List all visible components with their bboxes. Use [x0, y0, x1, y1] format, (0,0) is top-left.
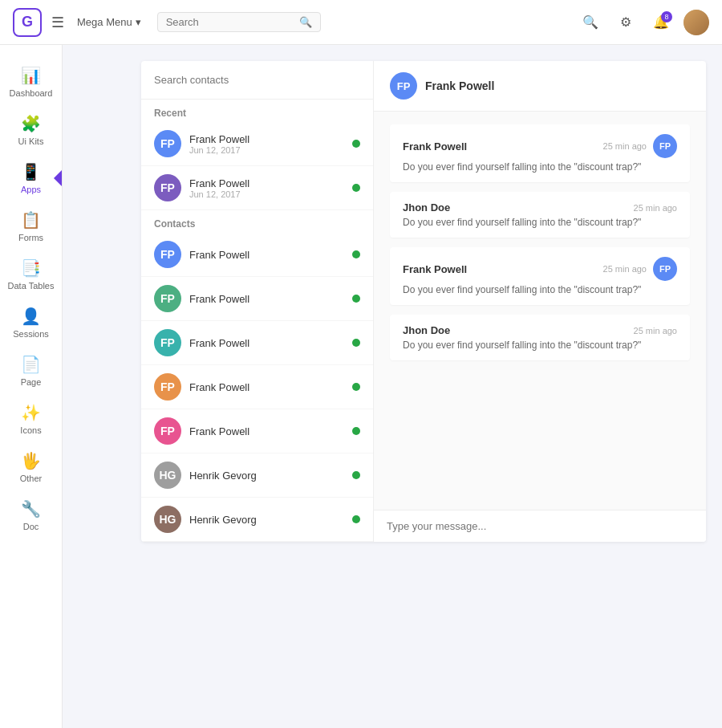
navbar-search-box: 🔍 [157, 12, 321, 32]
active-arrow-icon [54, 170, 62, 186]
contact-status-indicator [352, 250, 360, 258]
contact-item[interactable]: FP Frank Powell [141, 277, 373, 321]
message-header: Jhon Doe 25 min ago [403, 201, 677, 214]
contact-item[interactable]: FP Frank Powell [141, 365, 373, 409]
other-icon: 🖐 [21, 451, 41, 470]
contact-item[interactable]: HG Henrik Gevorg [141, 453, 373, 498]
dashboard-icon: 📊 [21, 66, 41, 85]
contact-info: Frank Powell [189, 381, 344, 393]
contact-status-indicator [352, 383, 360, 391]
sidebar-item-other[interactable]: 🖐Other [0, 443, 62, 491]
notification-badge: 8 [661, 11, 672, 22]
sidebar-item-label-other: Other [20, 474, 43, 483]
message-row-inner: Frank Powell 25 min ago FP Do you ever f… [403, 134, 677, 173]
message-input[interactable] [387, 520, 693, 532]
message-header: Frank Powell 25 min ago FP [403, 134, 677, 158]
contact-status-indicator [352, 184, 360, 192]
contact-item[interactable]: FP Frank Powell [141, 321, 373, 365]
sidebar-item-label-icons: Icons [20, 425, 41, 435]
message-content: Jhon Doe 25 min ago Do you ever find you… [403, 201, 677, 228]
contact-name: Frank Powell [189, 337, 344, 349]
message-row: Frank Powell 25 min ago FP Do you ever f… [390, 124, 690, 182]
contact-avatar: HG [154, 506, 181, 533]
main-content: Recent FP Frank Powell Jun 12, 2017 FP F… [125, 45, 722, 728]
contacts-list: Recent FP Frank Powell Jun 12, 2017 FP F… [141, 100, 373, 542]
message-time: 25 min ago [634, 203, 677, 213]
contact-name: Frank Powell [189, 133, 344, 145]
contact-info: Frank Powell [189, 425, 344, 437]
contacts-search-input[interactable] [154, 74, 360, 86]
sidebar-item-sessions[interactable]: 👤Sessions [0, 299, 62, 347]
notifications-button[interactable]: 🔔 8 [648, 10, 674, 35]
sidebar-item-label-page: Page [21, 377, 42, 387]
contact-date: Jun 12, 2017 [189, 189, 344, 199]
contact-info: Frank Powell [189, 293, 344, 305]
chat-messages-area: Frank Powell 25 min ago FP Do you ever f… [374, 112, 706, 510]
contact-name: Frank Powell [189, 177, 344, 189]
contact-info: Frank Powell Jun 12, 2017 [189, 177, 344, 199]
sidebar-item-label-doc: Doc [23, 522, 39, 531]
contact-avatar: FP [154, 241, 181, 268]
contact-item[interactable]: FP Frank Powell Jun 12, 2017 [141, 122, 373, 166]
message-row: Jhon Doe 25 min ago Do you ever find you… [390, 315, 690, 360]
contact-status-indicator [352, 140, 360, 148]
sidebar-item-doc[interactable]: 🔧Doc [0, 491, 62, 539]
contact-status-indicator [352, 339, 360, 347]
navbar-icon-group: 🔍 ⚙ 🔔 8 [578, 10, 709, 35]
chat-container: Recent FP Frank Powell Jun 12, 2017 FP F… [141, 61, 706, 542]
sidebar-item-dashboard[interactable]: 📊Dashboard [0, 58, 62, 106]
message-header: Jhon Doe 25 min ago [403, 324, 677, 336]
message-sender: Frank Powell [403, 140, 467, 153]
message-row: Jhon Doe 25 min ago Do you ever find you… [390, 192, 690, 238]
sidebar-item-icons[interactable]: ✨Icons [0, 395, 62, 443]
page-icon: 📄 [21, 355, 41, 374]
contacts-section-label: Contacts [141, 210, 373, 233]
chat-header: FP Frank Powell [374, 61, 706, 112]
mega-menu-arrow-icon: ▾ [136, 16, 141, 28]
hamburger-icon[interactable]: ☰ [51, 14, 64, 31]
sidebar-item-label-dashboard: Dashboard [10, 88, 53, 98]
contact-date: Jun 12, 2017 [189, 145, 344, 155]
user-avatar[interactable] [683, 10, 709, 35]
forms-icon: 📋 [21, 210, 41, 230]
navbar: G ☰ Mega Menu ▾ 🔍 🔍 ⚙ 🔔 8 [0, 0, 722, 45]
chat-header-avatar: FP [390, 72, 417, 100]
search-button[interactable]: 🔍 [578, 10, 603, 35]
sidebar-item-forms[interactable]: 📋Forms [0, 202, 62, 250]
chat-input-area [374, 510, 706, 542]
message-time: 25 min ago FP [603, 134, 677, 158]
sidebar-item-ui-kits[interactable]: 🧩Ui Kits [0, 106, 62, 154]
message-text: Do you ever find yourself falling into t… [403, 161, 677, 173]
contact-info: Frank Powell Jun 12, 2017 [189, 133, 344, 155]
ui-kits-icon: 🧩 [21, 114, 41, 133]
contact-item[interactable]: FP Frank Powell [141, 233, 373, 277]
sidebar-item-apps[interactable]: 📱Apps [0, 154, 62, 202]
contact-name: Frank Powell [189, 381, 344, 393]
contact-avatar: FP [154, 373, 181, 401]
navbar-search-input[interactable] [166, 16, 294, 28]
contact-info: Henrik Gevorg [189, 514, 344, 526]
message-text: Do you ever find yourself falling into t… [403, 284, 677, 295]
message-avatar: FP [653, 257, 677, 281]
settings-button[interactable]: ⚙ [613, 10, 639, 35]
contact-status-indicator [352, 295, 360, 303]
message-time: 25 min ago FP [603, 257, 677, 281]
contact-item[interactable]: FP Frank Powell [141, 409, 373, 453]
contact-item[interactable]: FP Frank Powell Jun 12, 2017 [141, 166, 373, 210]
sidebar: 📊Dashboard🧩Ui Kits📱Apps📋Forms📑Data Table… [0, 45, 63, 728]
contact-avatar: FP [154, 130, 181, 157]
contact-info: Frank Powell [189, 249, 344, 261]
message-content: Frank Powell 25 min ago FP Do you ever f… [403, 134, 677, 173]
sidebar-item-label-sessions: Sessions [13, 329, 49, 339]
app-logo[interactable]: G [13, 8, 42, 37]
contact-name: Henrik Gevorg [189, 514, 344, 526]
apps-icon: 📱 [21, 162, 41, 181]
mega-menu-label: Mega Menu [77, 16, 132, 28]
sidebar-item-label-apps: Apps [21, 185, 41, 194]
contact-avatar: FP [154, 285, 181, 312]
contact-item[interactable]: HG Henrik Gevorg [141, 498, 373, 542]
sidebar-item-data-tables[interactable]: 📑Data Tables [0, 250, 62, 299]
mega-menu-toggle[interactable]: Mega Menu ▾ [77, 16, 141, 28]
navbar-search-icon: 🔍 [299, 16, 312, 28]
sidebar-item-page[interactable]: 📄Page [0, 347, 62, 395]
